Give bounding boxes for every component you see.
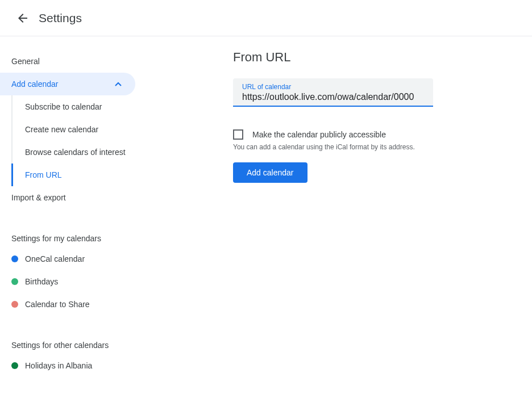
sidebar-label: Import & export [11,193,124,202]
sub-item-label: From URL [25,170,62,179]
url-input-label: URL of calendar [242,83,424,91]
calendar-label: Calendar to Share [25,300,90,309]
my-calendars-header: Settings for my calendars [0,223,142,248]
calendar-color-dot [11,255,18,262]
calendar-color-dot [11,278,18,285]
calendar-item-holidays[interactable]: Holidays in Albania [0,354,142,377]
sidebar: General Add calendar Subscribe to calend… [0,36,142,377]
calendar-item-birthdays[interactable]: Birthdays [0,270,142,293]
calendar-color-dot [11,301,18,308]
page-title: Settings [39,11,82,25]
sidebar-label: Add calendar [11,79,113,89]
add-calendar-button[interactable]: Add calendar [233,162,307,183]
sub-item-label: Create new calendar [25,125,98,134]
calendar-label: Holidays in Albania [25,361,92,370]
helper-text: You can add a calendar using the iCal fo… [233,143,509,151]
sidebar-item-import-export[interactable]: Import & export [0,186,135,209]
public-checkbox[interactable] [233,129,243,140]
add-calendar-sub-items: Subscribe to calendar Create new calenda… [11,95,142,186]
content-area: From URL URL of calendar Make the calend… [142,36,532,377]
url-input-wrapper[interactable]: URL of calendar [233,78,433,107]
arrow-left-icon [16,11,30,25]
other-calendars-header: Settings for other calendars [0,329,142,354]
sub-item-label: Subscribe to calendar [25,102,102,111]
header: Settings [0,0,532,36]
chevron-up-icon [113,78,124,90]
public-checkbox-row: Make the calendar publicly accessible [233,129,509,140]
public-checkbox-label: Make the calendar publicly accessible [252,130,386,139]
url-input[interactable] [242,92,424,102]
sub-item-create[interactable]: Create new calendar [11,118,142,141]
calendar-label: Birthdays [25,277,58,286]
sidebar-item-add-calendar[interactable]: Add calendar [0,73,135,95]
sub-item-browse[interactable]: Browse calendars of interest [11,141,142,164]
sub-item-from-url[interactable]: From URL [11,164,142,186]
content-title: From URL [233,50,509,65]
calendar-item-share[interactable]: Calendar to Share [0,293,142,316]
calendar-label: OneCal calendar [25,254,85,263]
back-button[interactable] [11,7,34,30]
sub-item-subscribe[interactable]: Subscribe to calendar [11,95,142,118]
sub-item-label: Browse calendars of interest [25,148,126,157]
sidebar-label: General [11,57,124,66]
main-container: General Add calendar Subscribe to calend… [0,36,532,377]
calendar-item-onecal[interactable]: OneCal calendar [0,248,142,270]
calendar-color-dot [11,362,18,369]
sidebar-item-general[interactable]: General [0,50,135,73]
